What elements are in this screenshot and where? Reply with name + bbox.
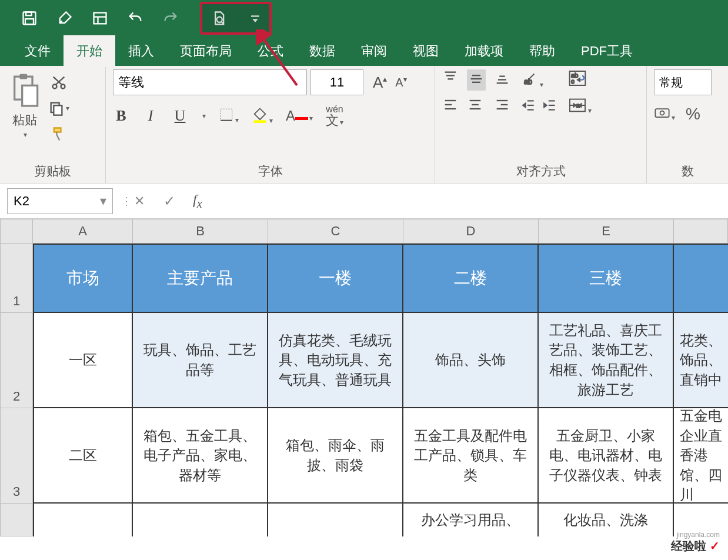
alignment-group-label: 对齐方式 [442, 159, 639, 181]
table-header-cell[interactable]: 三楼 [539, 244, 674, 313]
tab-help[interactable]: 帮助 [516, 35, 568, 67]
decrease-font-icon[interactable]: A▾ [395, 75, 406, 89]
table-header-cell[interactable] [674, 244, 728, 313]
wrap-text-icon[interactable]: abc [568, 69, 592, 89]
currency-icon[interactable]: ▾ [654, 106, 675, 122]
column-header[interactable]: E [539, 219, 674, 244]
brush-icon[interactable] [53, 6, 76, 30]
table-cell[interactable]: 五金电企业直香港馆、四川 [674, 408, 728, 504]
table-cell[interactable] [33, 504, 133, 536]
table-cell[interactable] [133, 504, 268, 536]
svg-rect-2 [25, 19, 34, 24]
underline-button[interactable]: U [172, 107, 188, 125]
svg-point-16 [61, 85, 65, 89]
table-cell[interactable]: 工艺礼品、喜庆工艺品、装饰工艺、相框、饰品配件、旅游工艺 [539, 313, 674, 408]
increase-font-icon[interactable]: A▴ [373, 74, 387, 92]
tab-file[interactable]: 文件 [12, 35, 64, 67]
save-icon[interactable] [18, 6, 41, 30]
align-center-icon[interactable] [467, 96, 486, 115]
formula-input[interactable] [211, 188, 721, 214]
table-cell[interactable]: 办公学习用品、 [403, 504, 539, 536]
tab-addins[interactable]: 加载项 [452, 35, 516, 67]
column-header[interactable]: C [268, 219, 403, 244]
formula-bar: K2▾ ⋮ ✕ ✓ fx [0, 184, 728, 219]
percent-icon[interactable]: % [686, 105, 700, 124]
table-cell[interactable] [268, 504, 403, 536]
paste-label: 粘贴 [12, 112, 37, 128]
fill-color-icon[interactable]: ▾ [252, 106, 273, 125]
table-cell[interactable]: 五金工具及配件电工产品、锁具、车类 [403, 408, 539, 504]
row-header[interactable] [0, 504, 33, 536]
bold-button[interactable]: B [113, 107, 129, 125]
svg-rect-62 [655, 109, 669, 117]
number-format-select[interactable] [654, 69, 712, 95]
table-header-cell[interactable]: 市场 [33, 244, 133, 313]
tab-data[interactable]: 数据 [296, 35, 348, 67]
italic-button[interactable]: I [142, 107, 159, 125]
align-bottom-icon[interactable] [494, 69, 510, 91]
font-group-label: 字体 [113, 159, 428, 181]
tab-pagelayout[interactable]: 页面布局 [167, 35, 245, 67]
font-size-select[interactable] [310, 69, 363, 95]
quick-access-toolbar [0, 0, 728, 36]
tab-pdf[interactable]: PDF工具 [568, 35, 646, 67]
row-header[interactable]: 3 [0, 408, 33, 504]
column-header[interactable]: A [33, 219, 133, 244]
number-group-label: 数 [654, 159, 721, 181]
tab-home[interactable]: 开始 [64, 35, 115, 67]
tab-review[interactable]: 审阅 [348, 35, 400, 67]
table-cell[interactable]: 箱包、雨伞、雨披、雨袋 [268, 408, 403, 504]
svg-marker-55 [577, 78, 580, 81]
merge-center-icon[interactable]: a▾ [568, 98, 592, 115]
table-header-cell[interactable]: 一楼 [268, 244, 403, 313]
cancel-icon[interactable]: ✕ [134, 194, 155, 209]
watermark-brand: 经验啦 ✓ [671, 538, 720, 554]
ribbon: 粘贴 ▾ ▾ 剪贴板 A▴ A▾ B I U▾ ▾ [0, 66, 728, 184]
table-cell[interactable]: 化妆品、洗涤 [539, 504, 674, 536]
column-header[interactable] [674, 219, 728, 244]
increase-indent-icon[interactable] [542, 98, 557, 115]
svg-rect-3 [94, 13, 106, 24]
row-header[interactable]: 2 [0, 313, 33, 408]
select-all-corner[interactable] [0, 219, 33, 244]
table-cell[interactable]: 五金厨卫、小家电、电讯器材、电子仪器仪表、钟表 [539, 408, 674, 504]
undo-icon[interactable] [123, 6, 147, 30]
align-top-icon[interactable] [442, 69, 459, 91]
annotation-arrow-icon [256, 29, 303, 88]
border-icon[interactable]: ▾ [219, 107, 239, 125]
tab-insert[interactable]: 插入 [115, 35, 167, 67]
align-right-icon[interactable] [494, 96, 510, 115]
cut-icon[interactable] [48, 72, 69, 93]
fx-icon[interactable]: fx [193, 192, 202, 211]
table-cell[interactable]: 饰品、头饰 [403, 313, 539, 408]
column-header[interactable]: B [133, 219, 268, 244]
row-header[interactable]: 1 [0, 244, 33, 313]
name-box[interactable]: K2▾ [7, 188, 113, 214]
confirm-icon[interactable]: ✓ [163, 193, 185, 209]
layout-icon[interactable] [88, 6, 112, 30]
font-color-icon[interactable]: A▾ [286, 108, 313, 124]
table-cell[interactable]: 二区 [33, 408, 133, 504]
table-header-cell[interactable]: 主要产品 [133, 244, 268, 313]
table-header-cell[interactable]: 二楼 [403, 244, 539, 313]
decrease-indent-icon[interactable] [521, 98, 536, 115]
svg-point-15 [53, 85, 57, 89]
svg-rect-14 [22, 85, 38, 106]
copy-icon[interactable]: ▾ [48, 98, 69, 119]
orientation-icon[interactable]: ab▾ [521, 69, 557, 89]
table-cell[interactable]: 箱包、五金工具、电子产品、家电、器材等 [133, 408, 268, 504]
paste-button[interactable]: 粘贴 ▾ [7, 69, 42, 141]
align-middle-icon[interactable] [467, 69, 486, 91]
align-left-icon[interactable] [442, 96, 459, 115]
svg-text:c: c [571, 78, 575, 85]
format-painter-icon[interactable] [48, 124, 69, 145]
tab-view[interactable]: 视图 [400, 35, 452, 67]
table-cell[interactable]: 玩具、饰品、工艺品等 [133, 313, 268, 408]
table-cell[interactable]: 一区 [33, 313, 133, 408]
column-header[interactable]: D [403, 219, 539, 244]
svg-rect-23 [254, 120, 266, 123]
redo-icon[interactable] [159, 6, 182, 30]
phonetic-icon[interactable]: wén文▾ [326, 105, 343, 127]
table-cell[interactable]: 花类、饰品、直销中 [674, 313, 728, 408]
table-cell[interactable]: 仿真花类、毛绒玩具、电动玩具、充气玩具、普通玩具 [268, 313, 403, 408]
